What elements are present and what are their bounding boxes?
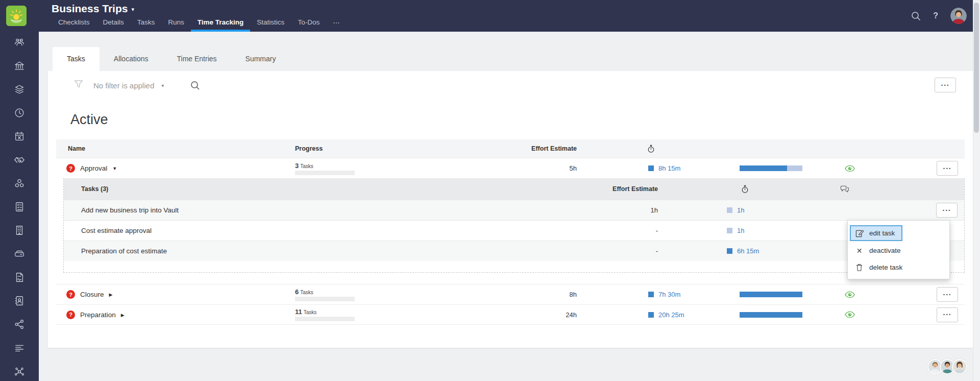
column-header-progress: Progress: [286, 145, 362, 152]
logged-time-bar: [740, 312, 802, 318]
time-square-icon: [648, 165, 654, 171]
column-header-name: Name: [56, 145, 286, 152]
row-more-button[interactable]: ···: [937, 287, 958, 302]
status-badge: ?: [66, 311, 75, 319]
tab-summary[interactable]: Summary: [231, 47, 290, 71]
subtasks-block: Tasks (3) Effort Estimate Add new busine…: [63, 178, 965, 273]
effort-estimate-value: 24h: [362, 311, 577, 319]
checklist-icon[interactable]: [0, 201, 39, 212]
users-group-icon[interactable]: [0, 37, 39, 48]
table-search-icon[interactable]: [190, 81, 200, 90]
effort-estimate-value: 1h: [426, 206, 658, 214]
logged-time-link[interactable]: 7h 30m: [658, 291, 680, 298]
time-square-icon: [648, 312, 654, 318]
tasks-count: 3: [295, 162, 299, 170]
tab-tasks[interactable]: Tasks: [53, 47, 100, 71]
network-hub-icon[interactable]: [0, 366, 39, 377]
calendar-x-icon[interactable]: [0, 131, 39, 142]
user-avatar[interactable]: [950, 8, 967, 24]
stopwatch-icon: [658, 185, 831, 194]
page-title[interactable]: Business Trips: [52, 3, 128, 15]
row-name-approval[interactable]: Approval: [80, 164, 107, 172]
nav-tab-runs[interactable]: Runs: [161, 15, 191, 32]
sidebar: [0, 0, 39, 381]
eye-icon[interactable]: [817, 311, 883, 318]
vertical-scrollbar[interactable]: [973, 0, 980, 381]
clock-icon[interactable]: [0, 107, 39, 118]
share-icon[interactable]: [0, 319, 39, 330]
handshake-icon[interactable]: [0, 154, 39, 165]
row-more-button[interactable]: ···: [937, 307, 958, 322]
subtask-name: Preparation of cost estimate: [64, 247, 426, 255]
logged-time-link[interactable]: 6h 15m: [737, 247, 759, 255]
nav-tab-statistics[interactable]: Statistics: [250, 15, 291, 32]
panel-more-button[interactable]: ···: [935, 78, 956, 92]
address-book-icon[interactable]: [0, 295, 39, 306]
avatar[interactable]: [952, 359, 967, 374]
collapse-caret-icon[interactable]: ▼: [112, 165, 117, 171]
document-signature-icon[interactable]: [0, 272, 39, 283]
subtask-more-button[interactable]: ···: [936, 203, 958, 218]
tab-time-entries[interactable]: Time Entries: [163, 47, 231, 71]
funnel-icon: [74, 79, 84, 91]
drive-icon[interactable]: [0, 248, 39, 259]
logged-time-link[interactable]: 20h 25m: [658, 311, 684, 319]
help-icon[interactable]: ?: [933, 11, 938, 20]
nav-tab-tasks[interactable]: Tasks: [131, 15, 162, 32]
effort-estimate-value: -: [426, 227, 658, 234]
logged-time-link[interactable]: 1h: [737, 227, 744, 234]
table-row: ? Preparation ▶ 11Tasks 24h 20h 25m ···: [56, 304, 965, 325]
time-tracking-subtabs: Tasks Allocations Time Entries Summary: [53, 47, 290, 71]
text-lines-icon[interactable]: [0, 342, 39, 353]
table-row: ? Closure ▶ 6Tasks 8h 7h 30m ···: [56, 284, 965, 304]
expand-caret-icon[interactable]: ▶: [121, 312, 125, 318]
building-icon[interactable]: [0, 225, 39, 236]
scrollbar-thumb[interactable]: [974, 3, 979, 133]
task-context-menu: edit task ✕ deactivate delete task: [847, 220, 950, 279]
time-square-icon: [727, 248, 732, 254]
tab-allocations[interactable]: Allocations: [100, 47, 163, 71]
tasks-progress-bar: [295, 317, 355, 321]
bank-icon[interactable]: [0, 60, 39, 72]
app-logo[interactable]: [6, 6, 27, 26]
nav-tab-time-tracking[interactable]: Time Tracking: [191, 15, 251, 32]
logged-time-link[interactable]: 8h 15m: [658, 164, 680, 172]
subtable-column-effort: Effort Estimate: [426, 185, 658, 193]
menu-item-delete-task[interactable]: delete task: [848, 259, 949, 276]
cubes-icon[interactable]: [0, 178, 39, 189]
eye-icon[interactable]: [817, 291, 883, 298]
logged-time-bar: [740, 165, 802, 171]
filter-dropdown[interactable]: No filter is applied: [93, 81, 154, 90]
tasks-unit: Tasks: [304, 309, 317, 315]
effort-estimate-value: -: [426, 247, 658, 255]
nav-overflow-button[interactable]: ⋯: [326, 15, 347, 32]
search-icon[interactable]: [911, 11, 921, 21]
table-header-row: Name Progress Effort Estimate: [56, 139, 965, 158]
status-badge: ?: [66, 164, 75, 173]
nav-tab-checklists[interactable]: Checklists: [52, 15, 96, 32]
expand-caret-icon[interactable]: ▶: [109, 292, 113, 297]
trash-icon: [855, 264, 864, 271]
logged-time-link[interactable]: 1h: [737, 206, 744, 214]
filter-caret-icon[interactable]: ▾: [161, 83, 164, 88]
nav-tab-todos[interactable]: To-Dos: [291, 15, 326, 32]
menu-item-deactivate[interactable]: ✕ deactivate: [848, 242, 949, 259]
tasks-progress-bar: [295, 171, 355, 175]
menu-item-edit-task[interactable]: edit task: [850, 225, 902, 241]
tasks-count: 6: [295, 288, 299, 296]
app-window: Business Trips ▾ Checklists Details Task…: [0, 0, 980, 381]
tasks-panel: No filter is applied ▾ ··· Active Name P…: [48, 71, 973, 348]
row-name-preparation[interactable]: Preparation: [80, 311, 116, 319]
layers-icon[interactable]: [0, 84, 39, 95]
team-avatars: [930, 359, 967, 374]
eye-icon[interactable]: [817, 165, 883, 172]
row-name-closure[interactable]: Closure: [80, 291, 104, 298]
main-nav: Checklists Details Tasks Runs Time Track…: [52, 15, 347, 32]
tasks-unit: Tasks: [300, 290, 313, 295]
filter-bar: No filter is applied ▾: [74, 77, 200, 93]
subtask-row: Add new business trip into Vault 1h 1h ·…: [64, 200, 964, 220]
comments-icon: [831, 185, 858, 193]
subtable-header-row: Tasks (3) Effort Estimate: [64, 178, 964, 200]
nav-tab-details[interactable]: Details: [96, 15, 131, 32]
row-more-button[interactable]: ···: [937, 161, 958, 176]
